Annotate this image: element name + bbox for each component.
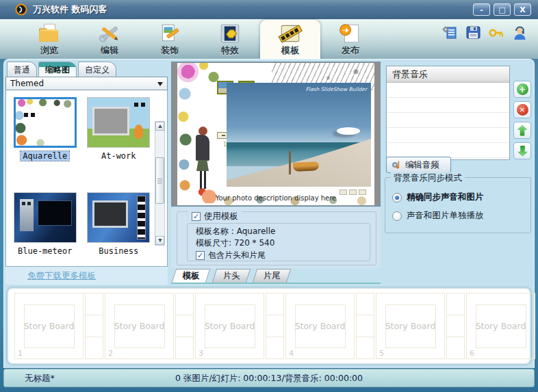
music-list-row[interactable] bbox=[387, 98, 509, 113]
storyboard-placeholder[interactable]: Story Board bbox=[385, 304, 436, 348]
thumb-art bbox=[24, 113, 28, 117]
download-link-area: 免费下载更多模板 bbox=[5, 267, 168, 285]
background-music-list[interactable]: 背景音乐 bbox=[386, 66, 510, 160]
scrollbar-thumb[interactable] bbox=[155, 157, 164, 204]
save-icon[interactable] bbox=[465, 25, 482, 40]
template-thumbnail[interactable] bbox=[87, 97, 150, 148]
tab-normal[interactable]: 普通 bbox=[7, 62, 37, 77]
remove-music-button[interactable]: ✕ bbox=[513, 101, 531, 118]
background-music-panel: 背景音乐 + ✕ 编辑音频 背景音乐同步模式 精确同步声音和图片 声音和图片单独… bbox=[385, 62, 533, 284]
include-intro-outro-label: 包含片头和片尾 bbox=[208, 250, 266, 261]
storyboard-slot-4[interactable]: Story Board 4 bbox=[285, 293, 355, 359]
storyboard-slot-5[interactable]: Story Board 5 bbox=[376, 293, 445, 359]
template-size-label: 模板尺寸: bbox=[196, 238, 231, 248]
template-thumbnail[interactable] bbox=[14, 97, 77, 148]
move-up-button[interactable] bbox=[513, 122, 531, 139]
slot-number: 5 bbox=[379, 349, 384, 358]
move-down-button[interactable] bbox=[513, 142, 531, 159]
music-list-row[interactable] bbox=[387, 83, 509, 98]
tab-template[interactable]: 模板 bbox=[172, 269, 210, 283]
toolbar-template-button[interactable]: 模板 bbox=[260, 20, 320, 59]
toolbar-publish-button[interactable]: 发布 bbox=[320, 19, 381, 59]
storyboard-placeholder[interactable]: Story Board bbox=[476, 304, 526, 348]
app-logo-icon bbox=[15, 3, 27, 16]
edit-audio-button[interactable]: 编辑音频 bbox=[386, 157, 451, 173]
transition-slot[interactable] bbox=[175, 293, 194, 359]
thumb-art bbox=[38, 200, 72, 226]
toolbar-browse-button[interactable]: 浏览 bbox=[19, 19, 79, 59]
transition-slot[interactable] bbox=[85, 293, 103, 359]
close-button[interactable]: X bbox=[514, 3, 531, 16]
storyboard-placeholder[interactable]: Story Board bbox=[295, 304, 346, 348]
transition-cell bbox=[266, 315, 284, 337]
storyboard-placeholder[interactable]: Story Board bbox=[24, 304, 75, 348]
slot-number: 3 bbox=[198, 349, 203, 358]
template-preview-panel: 1/2 Flash SlideShow Builder Your photo d… bbox=[171, 62, 381, 284]
support-icon[interactable] bbox=[511, 25, 528, 40]
music-list-buttons: + ✕ bbox=[513, 81, 531, 159]
transition-cell bbox=[446, 293, 465, 315]
radio-unselected-icon[interactable] bbox=[392, 211, 402, 221]
grip-line bbox=[157, 181, 162, 181]
toolbar-edit-button[interactable]: 编辑 bbox=[79, 19, 140, 59]
toolbar-buttons: 浏览 编辑 装饰 bbox=[19, 19, 381, 59]
grip-line bbox=[157, 179, 162, 179]
window-controls: - □ X bbox=[473, 3, 531, 16]
toolbar-effects-button[interactable]: 特效 bbox=[200, 19, 260, 59]
storyboard-placeholder[interactable]: Story Board bbox=[205, 304, 255, 348]
template-item-business[interactable]: Business bbox=[86, 192, 153, 256]
folder-icon bbox=[37, 23, 62, 44]
toolbar-decorate-button[interactable]: 装饰 bbox=[140, 19, 200, 59]
template-item-blue-meteor[interactable]: Blue-meteor bbox=[12, 192, 79, 256]
template-category-dropdown[interactable]: Themed bbox=[5, 77, 168, 90]
minimize-button[interactable]: - bbox=[473, 3, 490, 16]
radio-selected-icon[interactable] bbox=[392, 193, 402, 202]
add-music-button[interactable]: + bbox=[513, 81, 531, 98]
use-template-legend: 使用模板 bbox=[188, 211, 242, 222]
template-size-value: 720 * 540 bbox=[234, 238, 274, 248]
plus-icon: + bbox=[517, 83, 528, 95]
storyboard-slot-2[interactable]: Story Board 2 bbox=[105, 293, 174, 359]
template-item-at-work[interactable]: At-work bbox=[86, 97, 153, 161]
tab-outro[interactable]: 片尾 bbox=[253, 269, 291, 283]
use-template-checkbox[interactable] bbox=[192, 212, 201, 221]
storyboard-slot-6[interactable]: Story Board 6 bbox=[466, 293, 535, 359]
tab-thumbnail[interactable]: 缩略图 bbox=[38, 62, 77, 77]
storyboard-slot-3[interactable]: Story Board 3 bbox=[195, 293, 264, 359]
storyboard-slot-1[interactable]: Story Board 1 bbox=[14, 293, 84, 359]
preview-decoration bbox=[196, 160, 209, 171]
effects-icon bbox=[218, 23, 242, 44]
photo-description-placeholder: Your photo description display here bbox=[177, 194, 374, 202]
maximize-button[interactable]: □ bbox=[494, 3, 511, 16]
template-list-scrollbar[interactable] bbox=[155, 121, 165, 246]
tab-intro[interactable]: 片头 bbox=[212, 269, 251, 283]
music-list-row[interactable] bbox=[387, 128, 509, 143]
template-thumbnail[interactable] bbox=[87, 192, 150, 243]
include-intro-outro-checkbox[interactable] bbox=[196, 251, 205, 260]
transition-cell bbox=[85, 315, 103, 337]
transition-slot[interactable] bbox=[266, 293, 284, 359]
sync-mode-groupbox: 背景音乐同步模式 精确同步声音和图片 声音和图片单独播放 bbox=[385, 177, 531, 233]
scroll-up-button[interactable] bbox=[155, 122, 164, 131]
use-template-label: 使用模板 bbox=[204, 211, 238, 222]
slot-number: 6 bbox=[470, 349, 474, 358]
transition-slot[interactable] bbox=[446, 293, 465, 359]
music-list-row[interactable] bbox=[387, 143, 509, 158]
music-list-row[interactable] bbox=[387, 113, 509, 128]
template-item-aquarelle[interactable]: Aquarelle bbox=[12, 97, 79, 161]
preview-photo: Flash SlideShow Builder bbox=[227, 83, 371, 187]
sync-option-separate[interactable]: 声音和图片单独播放 bbox=[392, 210, 484, 222]
template-thumbnail[interactable] bbox=[14, 192, 77, 243]
sync-option-exact[interactable]: 精确同步声音和图片 bbox=[392, 192, 484, 203]
tab-custom[interactable]: 自定义 bbox=[78, 62, 116, 77]
template-name: Business bbox=[97, 246, 140, 256]
scroll-down-button[interactable] bbox=[155, 236, 164, 245]
storyboard-placeholder[interactable]: Story Board bbox=[114, 304, 165, 348]
options-icon[interactable] bbox=[441, 25, 459, 40]
download-more-templates-link[interactable]: 免费下载更多模板 bbox=[27, 270, 96, 282]
template-name: Blue-meteor bbox=[16, 246, 74, 256]
transition-slot[interactable] bbox=[356, 293, 374, 359]
window-title: 万兴软件 数码闪客 bbox=[33, 3, 107, 16]
transition-cell bbox=[175, 337, 194, 359]
register-key-icon[interactable] bbox=[488, 25, 505, 40]
